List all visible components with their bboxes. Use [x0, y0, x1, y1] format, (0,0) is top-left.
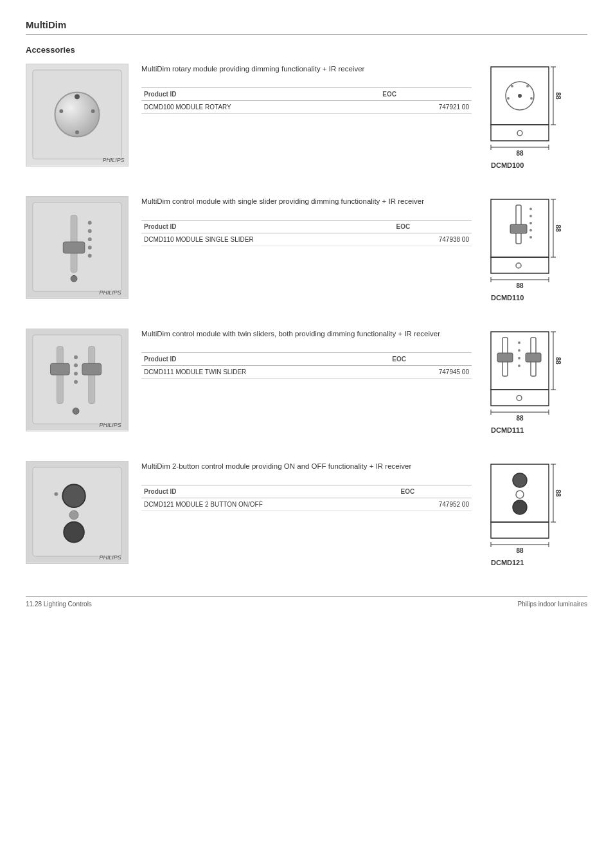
- product-id-cell: DCMD110 MODULE SINGLE SLIDER: [141, 233, 394, 246]
- svg-point-42: [529, 208, 532, 210]
- product-info-4: MultiDim 2-button control module providi…: [141, 461, 484, 511]
- svg-text:DCMD100: DCMD100: [491, 161, 524, 169]
- svg-text:DCMD111: DCMD111: [491, 426, 524, 434]
- eoc-cell: 747952 00: [398, 498, 472, 511]
- svg-rect-41: [510, 224, 527, 233]
- svg-point-36: [71, 275, 77, 282]
- table-header-1: EOC: [389, 353, 472, 366]
- tech-diagram-3: 88 88 DCMD111: [484, 329, 587, 438]
- svg-text:DCMD110: DCMD110: [491, 294, 524, 302]
- product-photo-4: PHILIPS: [26, 461, 129, 564]
- svg-rect-30: [63, 242, 85, 253]
- svg-point-100: [513, 500, 527, 514]
- svg-point-65: [74, 372, 78, 375]
- tech-diagram-1: 88 88 DCMD100: [484, 64, 587, 173]
- svg-point-67: [73, 408, 79, 414]
- accessory-row-4: PHILIPS MultiDim 2-button control module…: [26, 461, 587, 570]
- svg-rect-70: [491, 390, 549, 406]
- accessories-container: PHILIPS MultiDim rotary module providing…: [26, 64, 587, 570]
- svg-rect-72: [497, 353, 513, 362]
- table-header-1: EOC: [394, 221, 472, 233]
- product-desc-3: MultiDim control module with twin slider…: [141, 329, 472, 339]
- svg-text:DCMD121: DCMD121: [491, 559, 524, 566]
- svg-point-77: [518, 357, 520, 359]
- tech-diagram-4: 88 88 DCMD121: [484, 461, 587, 570]
- svg-rect-60: [51, 363, 70, 375]
- svg-point-91: [62, 485, 85, 508]
- svg-point-63: [74, 355, 78, 359]
- svg-point-44: [529, 222, 532, 224]
- table-header-1: EOC: [380, 88, 472, 101]
- svg-point-99: [516, 491, 524, 498]
- table-row: DCMD100 MODULE ROTARY747921 00: [141, 101, 472, 114]
- accessory-row-3: PHILIPS MultiDim control module with twi…: [26, 329, 587, 438]
- svg-rect-39: [491, 257, 549, 273]
- svg-point-46: [529, 236, 532, 239]
- svg-point-76: [518, 349, 520, 352]
- svg-point-31: [88, 221, 92, 225]
- svg-point-12: [518, 94, 522, 98]
- page-footer: 11.28 Lighting Controls Philips indoor l…: [26, 596, 587, 608]
- svg-point-32: [88, 229, 92, 233]
- product-desc-2: MultiDim control module with single slid…: [141, 196, 472, 207]
- svg-point-94: [54, 492, 58, 496]
- table-row: DCMD110 MODULE SINGLE SLIDER747938 00: [141, 233, 472, 246]
- svg-point-34: [88, 246, 92, 249]
- product-desc-4: MultiDim 2-button control module providi…: [141, 461, 472, 472]
- product-info-1: MultiDim rotary module providing dimming…: [141, 64, 484, 114]
- svg-point-7: [75, 131, 79, 134]
- svg-point-17: [517, 131, 522, 136]
- product-photo-2: PHILIPS: [26, 196, 129, 299]
- svg-point-13: [511, 85, 513, 87]
- svg-point-33: [88, 237, 92, 241]
- eoc-cell: 747938 00: [394, 233, 472, 246]
- footer-left: 11.28 Lighting Controls: [26, 601, 92, 608]
- svg-text:PHILIPS: PHILIPS: [103, 157, 125, 163]
- table-header-0: Product ID: [141, 353, 389, 366]
- svg-text:PHILIPS: PHILIPS: [100, 289, 121, 296]
- product-id-cell: DCMD121 MODULE 2 BUTTON ON/OFF: [141, 498, 398, 511]
- svg-point-35: [88, 254, 92, 258]
- svg-point-66: [74, 380, 78, 384]
- svg-point-6: [91, 109, 95, 113]
- product-photo-1: PHILIPS: [26, 64, 129, 167]
- accessory-row-2: PHILIPS MultiDim control module with sin…: [26, 196, 587, 305]
- product-info-3: MultiDim control module with twin slider…: [141, 329, 484, 379]
- svg-text:PHILIPS: PHILIPS: [100, 554, 121, 561]
- svg-point-14: [526, 85, 529, 87]
- svg-point-47: [516, 263, 521, 268]
- product-table-4: Product IDEOCDCMD121 MODULE 2 BUTTON ON/…: [141, 485, 472, 511]
- svg-text:PHILIPS: PHILIPS: [100, 422, 121, 428]
- svg-text:88: 88: [516, 547, 524, 554]
- svg-text:88: 88: [555, 224, 562, 232]
- svg-rect-62: [82, 363, 102, 375]
- svg-point-4: [75, 94, 80, 99]
- svg-text:88: 88: [555, 357, 562, 365]
- table-row: DCMD121 MODULE 2 BUTTON ON/OFF747952 00: [141, 498, 472, 511]
- product-table-1: Product IDEOCDCMD100 MODULE ROTARY747921…: [141, 87, 472, 114]
- svg-text:88: 88: [555, 92, 562, 100]
- svg-rect-10: [491, 125, 549, 141]
- product-info-2: MultiDim control module with single slid…: [141, 196, 484, 246]
- svg-point-64: [74, 363, 78, 367]
- table-header-0: Product ID: [141, 88, 380, 101]
- product-table-2: Product IDEOCDCMD110 MODULE SINGLE SLIDE…: [141, 220, 472, 246]
- page-header: MultiDim: [26, 19, 587, 35]
- svg-point-15: [507, 97, 510, 100]
- table-header-0: Product ID: [141, 221, 394, 233]
- svg-text:88: 88: [516, 415, 524, 422]
- svg-rect-97: [491, 522, 549, 538]
- section-title: Accessories: [26, 45, 587, 55]
- svg-point-16: [530, 97, 533, 100]
- product-id-cell: DCMD100 MODULE ROTARY: [141, 101, 380, 114]
- svg-text:88: 88: [555, 489, 562, 497]
- product-table-3: Product IDEOCDCMD111 MODULE TWIN SLIDER7…: [141, 352, 472, 379]
- svg-point-5: [59, 109, 63, 113]
- svg-point-98: [513, 473, 527, 487]
- svg-point-43: [529, 215, 532, 217]
- svg-point-78: [518, 365, 520, 367]
- tech-diagram-2: 88 88 DCMD110: [484, 196, 587, 305]
- accessory-row-1: PHILIPS MultiDim rotary module providing…: [26, 64, 587, 173]
- svg-point-79: [517, 395, 522, 401]
- product-photo-3: PHILIPS: [26, 329, 129, 431]
